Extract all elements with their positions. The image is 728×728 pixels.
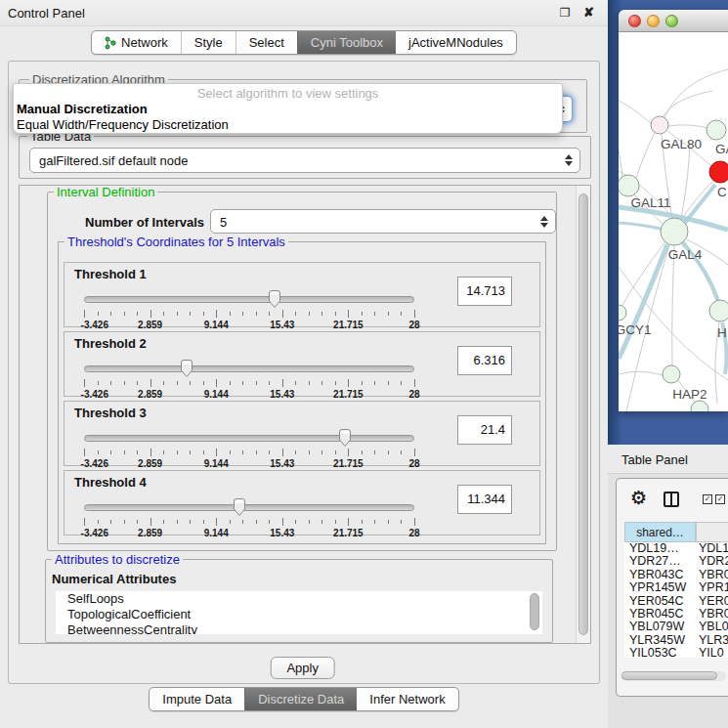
- slider-tick-labels: -3.4262.8599.14415.4321.71528: [84, 528, 414, 538]
- column-header-1[interactable]: shared…: [624, 522, 696, 542]
- table-row[interactable]: YBR043CYBR0: [624, 569, 728, 581]
- table-data-value: galFiltered.sif default node: [39, 153, 188, 168]
- select-columns-icons[interactable]: ✓ ✓: [703, 494, 725, 504]
- slider-track[interactable]: [84, 296, 414, 303]
- attribute-list-item[interactable]: SelfLoops: [56, 591, 542, 607]
- tab-style[interactable]: Style: [181, 31, 236, 54]
- algorithm-option[interactable]: Equal Width/Frequency Discretization: [14, 117, 562, 133]
- tab-jactivemnodules[interactable]: jActiveMNodules: [396, 31, 516, 54]
- network-edge[interactable]: [619, 371, 663, 375]
- network-node[interactable]: [707, 120, 726, 140]
- scrollbar-thumb[interactable]: [578, 193, 588, 635]
- table-cell: YPR1: [699, 581, 728, 594]
- numerical-attributes-list: SelfLoopsTopologicalCoefficientBetweenne…: [56, 591, 542, 634]
- slider-thumb[interactable]: [337, 428, 353, 448]
- network-node[interactable]: [691, 401, 708, 411]
- close-panel-icon[interactable]: ✘: [583, 5, 594, 20]
- table-row[interactable]: YBL079WYBL0: [624, 621, 728, 633]
- tab-label: Impute Data: [162, 688, 232, 710]
- tab-label: jActiveMNodules: [408, 31, 503, 54]
- attributes-list-scrollbar[interactable]: [530, 593, 540, 632]
- table-row[interactable]: YBR045CYBR0: [624, 608, 728, 621]
- float-window-icon[interactable]: ❐: [560, 6, 571, 20]
- tab-select[interactable]: Select: [236, 31, 297, 54]
- table-row[interactable]: YDL19…YDL1: [624, 542, 728, 555]
- table-data-combobox[interactable]: galFiltered.sif default node: [29, 148, 580, 173]
- table-horizontal-scrollbar[interactable]: [621, 671, 726, 681]
- network-node[interactable]: [619, 305, 626, 321]
- tab-label: Network: [121, 31, 168, 54]
- network-edge[interactable]: [680, 181, 713, 221]
- network-edge[interactable]: [681, 140, 690, 218]
- tab-label: Cyni Toolbox: [311, 31, 383, 54]
- network-canvas[interactable]: GAL80GACGAL11GAL4GCY1HHAP2: [619, 32, 728, 411]
- network-edge[interactable]: [668, 125, 707, 128]
- network-node-label: GAL4: [668, 247, 703, 262]
- table-row[interactable]: YDR27…YDR2: [624, 555, 728, 568]
- app-root: Control Panel ❐ ✘ NetworkStyleSelectCyni…: [0, 0, 728, 728]
- network-node[interactable]: [661, 218, 688, 245]
- network-edge[interactable]: [636, 133, 655, 178]
- threshold-slider[interactable]: -3.4262.8599.14415.4321.71528: [84, 358, 414, 397]
- zoom-traffic-light-icon[interactable]: [665, 15, 678, 27]
- attributes-group: Attributes to discretize Numerical Attri…: [45, 559, 553, 643]
- attribute-list-item[interactable]: TopologicalCoefficient: [56, 607, 542, 622]
- threshold-value-field[interactable]: 14.713: [457, 277, 512, 306]
- columns-icon[interactable]: [664, 492, 679, 507]
- tab-network[interactable]: Network: [92, 31, 181, 54]
- network-node[interactable]: [709, 161, 728, 183]
- table-cell: YDR2: [699, 555, 728, 568]
- threshold-title: Threshold 3: [74, 406, 147, 420]
- table-row[interactable]: YER054CYER0: [624, 595, 728, 608]
- apply-button[interactable]: Apply: [271, 657, 335, 679]
- table-cell: YPR145W: [629, 581, 686, 594]
- minimize-traffic-light-icon[interactable]: [647, 15, 660, 27]
- scrollbar-thumb[interactable]: [621, 671, 717, 680]
- thresholds-group-label: Threshold's Coordinates for 5 Intervals: [64, 236, 288, 249]
- threshold-slider[interactable]: -3.4262.8599.14415.4321.71528: [84, 427, 414, 466]
- tab-discretize-data[interactable]: Discretize Data: [244, 688, 357, 710]
- threshold-slider[interactable]: -3.4262.8599.14415.4321.71528: [84, 496, 414, 535]
- slider-thumb[interactable]: [179, 359, 194, 378]
- checkbox-icon[interactable]: ✓: [715, 494, 725, 504]
- slider-thumb[interactable]: [267, 289, 282, 309]
- table-row[interactable]: YLR345WYLR3: [624, 634, 728, 647]
- network-node[interactable]: [619, 175, 639, 196]
- checkbox-icon[interactable]: ✓: [703, 494, 712, 504]
- panel-title: Control Panel: [8, 6, 85, 21]
- tab-label: Infer Network: [369, 688, 445, 710]
- num-intervals-combobox[interactable]: 5: [210, 209, 556, 234]
- algorithm-placeholder-option[interactable]: Select algorithm to view settings: [14, 86, 562, 102]
- threshold-value-field[interactable]: 11.344: [457, 485, 512, 514]
- network-window-titlebar[interactable]: [619, 10, 728, 32]
- algorithm-dropdown-popup: Select algorithm to view settings Manual…: [13, 83, 563, 134]
- tab-infer-network[interactable]: Infer Network: [357, 688, 457, 710]
- settings-vertical-scrollbar[interactable]: [576, 186, 590, 643]
- slider-track[interactable]: [84, 504, 414, 511]
- network-node[interactable]: [663, 365, 680, 383]
- column-header-2[interactable]: na: [696, 522, 728, 542]
- table-cell: YBR0: [699, 608, 728, 621]
- threshold-title: Threshold 2: [74, 336, 147, 351]
- tab-impute-data[interactable]: Impute Data: [150, 688, 244, 710]
- slider-thumb[interactable]: [232, 497, 247, 517]
- network-edge[interactable]: [663, 91, 712, 117]
- network-edge[interactable]: [672, 245, 674, 365]
- table-row[interactable]: YIL053CYIL0: [624, 647, 728, 658]
- slider-track[interactable]: [84, 435, 414, 442]
- close-traffic-light-icon[interactable]: [628, 15, 641, 27]
- table-cell: YER0: [699, 595, 728, 608]
- tab-cyni-toolbox[interactable]: Cyni Toolbox: [297, 31, 396, 54]
- table-row[interactable]: YPR145WYPR1: [624, 581, 728, 594]
- threshold-value-field[interactable]: 21.4: [457, 415, 512, 445]
- algorithm-option[interactable]: Manual Discretization: [14, 102, 562, 117]
- slider-track[interactable]: [84, 365, 414, 372]
- threshold-value-field[interactable]: 6.316: [457, 346, 512, 375]
- threshold-slider[interactable]: -3.4262.8599.14415.4321.71528: [84, 288, 414, 327]
- attribute-list-item[interactable]: BetweennessCentrality: [56, 622, 542, 634]
- network-icon: [105, 36, 116, 50]
- settings-scroll-pane: Interval Definition Number of Intervals …: [19, 185, 591, 644]
- network-node[interactable]: [651, 116, 668, 134]
- gear-icon[interactable]: ⚙: [630, 487, 647, 509]
- network-node[interactable]: [709, 300, 728, 321]
